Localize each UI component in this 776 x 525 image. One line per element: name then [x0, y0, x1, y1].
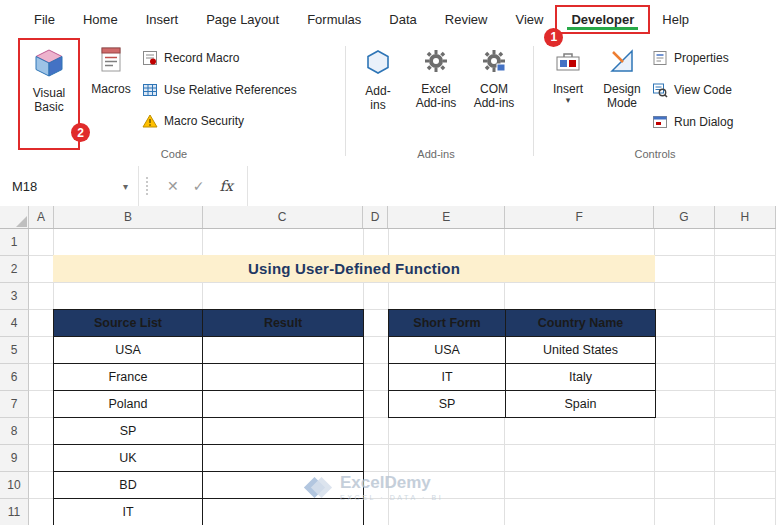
result-cell[interactable]	[203, 337, 364, 364]
grid-cell[interactable]	[715, 364, 776, 391]
insert-control-button[interactable]: Insert ▾	[545, 46, 591, 104]
result-cell[interactable]	[203, 499, 364, 525]
grid-cell[interactable]	[389, 418, 506, 445]
formula-input[interactable]	[248, 166, 776, 206]
short-form-cell[interactable]: SP	[389, 391, 506, 418]
grid-cell[interactable]	[29, 283, 54, 310]
grid-cell[interactable]	[203, 283, 364, 310]
grid-cell[interactable]	[389, 445, 506, 472]
result-cell[interactable]	[203, 445, 364, 472]
result-cell[interactable]	[203, 418, 364, 445]
grid-cell[interactable]	[505, 445, 655, 472]
formula-bar-drag-handle[interactable]	[146, 177, 151, 195]
row-number[interactable]: 11	[0, 499, 29, 525]
menu-tab-developer[interactable]: Developer 1	[557, 7, 648, 32]
menu-tab-file[interactable]: File	[20, 7, 69, 32]
grid-cell[interactable]	[715, 229, 776, 256]
source-cell[interactable]: France	[54, 364, 203, 391]
grid-cell[interactable]	[29, 499, 54, 525]
column-header-g[interactable]: G	[654, 206, 714, 228]
grid-cell[interactable]	[364, 310, 389, 337]
add-ins-button[interactable]: Add-ins	[352, 46, 404, 112]
grid-cell[interactable]	[505, 418, 655, 445]
grid-cell[interactable]	[715, 418, 776, 445]
name-box[interactable]: M18 ▾	[0, 166, 139, 206]
grid-cell[interactable]	[505, 229, 655, 256]
grid-cell[interactable]	[364, 418, 389, 445]
use-relative-references-button[interactable]: Use Relative References	[142, 82, 297, 98]
visual-basic-button[interactable]: Visual Basic 2	[20, 40, 78, 148]
grid-cell[interactable]	[505, 499, 655, 525]
column-header-a[interactable]: A	[29, 206, 55, 228]
grid-cell[interactable]	[29, 391, 54, 418]
country-name-cell[interactable]: Italy	[506, 364, 656, 391]
grid-cell[interactable]	[715, 337, 776, 364]
grid-cell[interactable]	[54, 229, 203, 256]
menu-tab-home[interactable]: Home	[69, 7, 132, 32]
menu-tab-help[interactable]: Help	[648, 7, 703, 32]
row-number[interactable]: 2	[0, 256, 29, 283]
grid-cell[interactable]	[655, 445, 715, 472]
grid-cell[interactable]	[29, 472, 54, 499]
row-number[interactable]: 9	[0, 445, 29, 472]
row-number[interactable]: 1	[0, 229, 29, 256]
column-header-h[interactable]: H	[715, 206, 776, 228]
grid-cell[interactable]	[203, 229, 364, 256]
row-number[interactable]: 8	[0, 418, 29, 445]
country-name-header[interactable]: Country Name	[506, 310, 656, 337]
row-number[interactable]: 10	[0, 472, 29, 499]
sheet-title-cell[interactable]: Using User-Defined Function	[53, 255, 655, 282]
grid-cell[interactable]	[29, 310, 54, 337]
grid-cell[interactable]	[655, 310, 715, 337]
view-code-button[interactable]: View Code	[652, 82, 732, 98]
row-number[interactable]: 6	[0, 364, 29, 391]
grid-cell[interactable]	[655, 256, 715, 283]
grid-cell[interactable]	[505, 472, 655, 499]
grid-cell[interactable]	[655, 391, 715, 418]
grid-cell[interactable]	[29, 418, 54, 445]
result-cell[interactable]	[203, 391, 364, 418]
grid-cell[interactable]	[364, 229, 389, 256]
country-name-cell[interactable]: United States	[506, 337, 656, 364]
grid-cell[interactable]	[389, 499, 506, 525]
grid-cell[interactable]	[364, 364, 389, 391]
cancel-icon[interactable]: ✕	[160, 178, 186, 194]
run-dialog-button[interactable]: Run Dialog	[652, 114, 733, 130]
record-macro-button[interactable]: Record Macro	[142, 50, 239, 66]
grid-cell[interactable]	[54, 283, 203, 310]
insert-function-icon[interactable]: fx	[211, 178, 241, 194]
com-add-ins-button[interactable]: COM Add-ins	[466, 46, 522, 110]
grid-cell[interactable]	[389, 229, 506, 256]
short-form-cell[interactable]: USA	[389, 337, 506, 364]
grid-cell[interactable]	[655, 283, 715, 310]
enter-icon[interactable]: ✓	[186, 178, 212, 194]
grid-cell[interactable]	[715, 445, 776, 472]
source-list-header[interactable]: Source List	[54, 310, 203, 337]
menu-tab-review[interactable]: Review	[431, 7, 502, 32]
grid-cell[interactable]	[364, 499, 389, 525]
design-mode-button[interactable]: Design Mode	[596, 46, 648, 110]
row-number[interactable]: 3	[0, 283, 29, 310]
short-form-header[interactable]: Short Form	[389, 310, 506, 337]
column-header-c[interactable]: C	[203, 206, 363, 228]
column-header-e[interactable]: E	[388, 206, 505, 228]
grid-cell[interactable]	[715, 256, 776, 283]
source-cell[interactable]: IT	[54, 499, 203, 525]
grid-cell[interactable]	[655, 472, 715, 499]
grid-cell[interactable]	[29, 229, 54, 256]
row-number[interactable]: 4	[0, 310, 29, 337]
grid-cell[interactable]	[364, 445, 389, 472]
grid-cell[interactable]	[505, 283, 655, 310]
grid-cell[interactable]	[655, 418, 715, 445]
row-number[interactable]: 7	[0, 391, 29, 418]
grid-cell[interactable]	[29, 337, 54, 364]
menu-tab-formulas[interactable]: Formulas	[293, 7, 375, 32]
source-cell[interactable]: UK	[54, 445, 203, 472]
macro-security-button[interactable]: Macro Security	[142, 114, 244, 128]
column-header-b[interactable]: B	[54, 206, 202, 228]
result-header[interactable]: Result	[203, 310, 364, 337]
menu-tab-data[interactable]: Data	[375, 7, 430, 32]
grid-cell[interactable]	[655, 337, 715, 364]
column-header-f[interactable]: F	[505, 206, 654, 228]
grid-cell[interactable]	[389, 283, 506, 310]
